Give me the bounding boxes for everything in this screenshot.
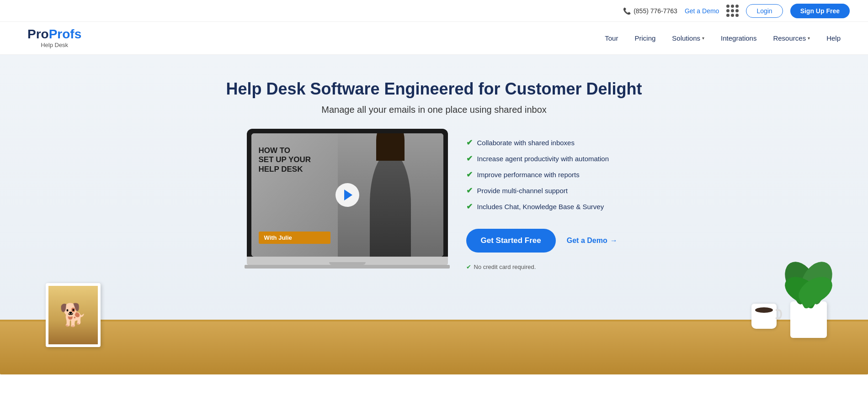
laptop-foot [245,265,450,269]
nav-resources[interactable]: Resources ▾ [773,34,810,42]
hero-body: HOW TOSET UP YOURHELP DESK With Julie [0,129,868,289]
cta-row: Get Started Free Get a Demo → [466,229,622,253]
chevron-down-icon: ▾ [808,36,810,41]
nav-pricing[interactable]: Pricing [634,34,655,42]
no-cc-text: No credit card required. [474,263,536,270]
logo[interactable]: ProProfs Help Desk [27,28,81,48]
phone-icon: 📞 [623,7,631,15]
mug-handle [776,309,782,319]
arrow-right-icon: → [610,237,618,245]
feature-text-4: Provide multi-channel support [477,187,568,195]
feature-text-2: Increase agent productivity with automat… [477,155,609,163]
desk [0,320,868,374]
play-button[interactable] [335,183,359,207]
plant-leaves-wrap [786,256,831,301]
no-credit-card-note: ✔ No credit card required. [466,263,622,270]
logo-pro: Pro [27,27,49,41]
phone-info: 📞 (855) 776-7763 [623,7,677,15]
small-check-icon: ✔ [466,263,471,270]
feature-text-5: Includes Chat, Knowledge Base & Survey [477,203,604,211]
logo-profs: Profs [49,27,82,41]
feature-text-3: Improve performance with reports [477,171,580,179]
person-hair [376,133,405,161]
signup-button[interactable]: Sign Up Free [790,4,850,18]
laptop-screen-inner: HOW TOSET UP YOURHELP DESK With Julie [251,133,443,257]
chevron-down-icon: ▾ [702,36,704,41]
coffee-surface [755,307,773,313]
nav-links: Tour Pricing Solutions ▾ Integrations Re… [605,34,841,42]
coffee-mug [751,304,777,329]
nav-integrations[interactable]: Integrations [721,34,756,42]
feature-3: ✔ Improve performance with reports [466,170,622,179]
nav-help[interactable]: Help [826,34,841,42]
person-head [377,133,404,161]
nav-tour[interactable]: Tour [605,34,618,42]
laptop-base [247,257,448,265]
login-button[interactable]: Login [746,4,783,18]
hero-section: Help Desk Software Engineered for Custom… [0,55,868,374]
feature-1: ✔ Collaborate with shared inboxes [466,138,622,147]
video-how-to-text: HOW TOSET UP YOURHELP DESK [259,146,330,174]
nav-bar: ProProfs Help Desk Tour Pricing Solution… [0,22,868,55]
feature-5: ✔ Includes Chat, Knowledge Base & Survey [466,202,622,211]
logo-subtitle: Help Desk [27,42,81,48]
nav-solutions[interactable]: Solutions ▾ [672,34,704,42]
laptop-screen-outer: HOW TOSET UP YOURHELP DESK With Julie [247,129,448,257]
features-wrap: ✔ Collaborate with shared inboxes ✔ Incr… [466,129,622,270]
hero-title: Help Desk Software Engineered for Custom… [226,79,642,99]
coffee-mug-wrap [751,304,777,329]
video-name-badge: With Julie [259,232,330,244]
dog-photo: 🐕 [46,283,101,347]
feature-text-1: Collaborate with shared inboxes [477,139,575,147]
check-icon-3: ✔ [466,170,473,179]
check-icon-4: ✔ [466,186,473,195]
feature-2: ✔ Increase agent productivity with autom… [466,154,622,163]
phone-number: (855) 776-7763 [634,7,677,15]
hero-demo-link[interactable]: Get a Demo → [567,237,618,245]
check-icon-5: ✔ [466,202,473,211]
top-get-demo-link[interactable]: Get a Demo [685,7,719,15]
hero-subtitle: Manage all your emails in one place usin… [321,105,547,115]
grid-icon[interactable] [726,5,739,17]
dog-photo-inner: 🐕 [48,286,98,344]
feature-4: ✔ Provide multi-channel support [466,186,622,195]
get-started-button[interactable]: Get Started Free [466,229,556,253]
video-left-panel: HOW TOSET UP YOURHELP DESK With Julie [251,133,338,257]
laptop-video: HOW TOSET UP YOURHELP DESK With Julie [247,129,448,269]
hero-demo-label: Get a Demo [567,237,607,245]
check-icon-1: ✔ [466,138,473,147]
person-body [370,152,411,257]
plant-decoration [786,256,831,338]
check-icon-2: ✔ [466,154,473,163]
top-bar: 📞 (855) 776-7763 Get a Demo Login Sign U… [0,0,868,22]
